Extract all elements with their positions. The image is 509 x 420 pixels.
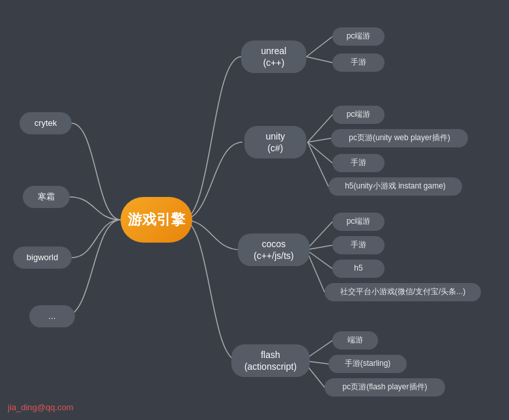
center-node: 游戏引擎 [121,197,192,243]
left-label-dots: ... [49,311,56,322]
leaf-label-unity-web: pc页游(unity web player插件) [349,133,450,143]
center-label: 游戏引擎 [128,211,185,230]
svg-line-0 [306,37,332,57]
leaf-cocos-social: 社交平台小游戏(微信/支付宝/头条...) [325,283,481,301]
main-label-cocos: cocos (c++/js/ts) [254,238,293,262]
main-node-cocos: cocos (c++/js/ts) [238,233,310,266]
main-node-unity: unity (c#) [244,126,306,158]
leaf-label-unity-pc: pc端游 [347,110,371,120]
left-node-bigworld: bigworld [13,247,72,269]
left-node-hanfeng: 寒霜 [23,186,70,208]
main-label-flash: flash (actionscript) [244,349,297,372]
main-node-flash: flash (actionscript) [231,344,310,377]
leaf-flash-mobile: 手游(starling) [328,355,407,373]
leaf-unity-h5: h5(unity小游戏 instant game) [328,177,462,196]
leaf-label-flash-mobile: 手游(starling) [345,359,391,369]
leaf-cocos-h5: h5 [332,260,385,278]
leaf-label-cocos-social: 社交平台小游戏(微信/支付宝/头条...) [340,287,466,297]
leaf-unity-web: pc页游(unity web player插件) [331,129,468,147]
leaf-label-cocos-mobile: 手游 [351,240,366,250]
leaf-unreal-mobile: 手游 [332,53,385,72]
leaf-label-unreal-pc: pc端游 [347,31,371,42]
leaf-unreal-pc: pc端游 [332,27,385,46]
leaf-cocos-mobile: 手游 [332,236,385,254]
leaf-unity-pc: pc端游 [332,106,385,124]
leaf-unity-mobile: 手游 [332,154,385,172]
leaf-label-unreal-mobile: 手游 [351,57,366,68]
left-label-crytek: crytek [35,118,57,129]
leaf-cocos-pc: pc端游 [332,213,385,231]
main-node-unreal: unreal (c++) [241,40,306,73]
left-node-dots: ... [29,305,75,327]
leaf-label-cocos-h5: h5 [354,263,362,274]
leaf-label-unity-mobile: 手游 [351,158,366,168]
leaf-label-flash-web: pc页游(flash player插件) [342,382,427,393]
leaf-label-cocos-pc: pc端游 [347,217,371,227]
left-label-bigworld: bigworld [27,252,58,263]
leaf-label-flash-pc: 端游 [347,335,363,346]
leaf-flash-pc: 端游 [332,331,378,350]
left-node-crytek: crytek [20,112,72,134]
left-label-hanfeng: 寒霜 [38,192,55,203]
leaf-flash-web: pc页游(flash player插件) [325,378,445,397]
watermark: jia_ding@qq.com [8,402,74,412]
svg-line-2 [308,115,332,142]
svg-line-4 [308,142,332,163]
leaf-label-unity-h5: h5(unity小游戏 instant game) [345,181,446,192]
main-label-unreal: unreal (c++) [261,45,287,68]
svg-line-1 [306,57,332,63]
svg-line-5 [308,142,328,187]
main-label-unity: unity (c#) [266,130,285,154]
